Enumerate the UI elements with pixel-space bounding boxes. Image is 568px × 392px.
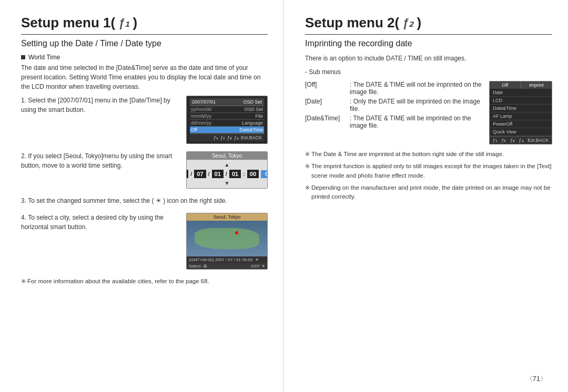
right-panel: Setup menu 2( ƒ₂ ) Imprinting the record…: [284, 0, 568, 392]
map-footer: Select: 🕹 DST: ☀: [187, 263, 267, 269]
step-1-block: 1. Select the [2007/07/01] menu in the […: [21, 96, 268, 144]
right-menu-block: [Off] : The DATE & TIME will not be impr…: [305, 81, 552, 145]
wt-body: ▲ 07 / 07 / 01 / 01 : 00 OK ▼: [187, 160, 267, 188]
menu-item-lcd: LCD: [490, 97, 552, 105]
wt-header: Seoul, Tokyo: [187, 152, 267, 160]
step-3-block: 3. To set the changed summer time, selec…: [21, 196, 268, 205]
menu-item-quickview: Quick View: [490, 128, 552, 136]
bullet-icon: [21, 55, 25, 59]
submenu-row-off: [Off] : The DATE & TIME will not be impr…: [305, 81, 485, 96]
left-panel: Setup menu 1( ƒ₁ ) Setting up the Date /…: [0, 0, 284, 392]
cam1-header: 2007/07/01 OSD Set: [190, 98, 264, 106]
left-title: Setup menu 1( ƒ₁ ): [21, 15, 268, 31]
submenu-datetime-desc: : The DATE & TIME will be imprinted on t…: [350, 115, 485, 129]
map-image: [187, 221, 267, 256]
map-screen: Seoul, Tokyo (GMT+09:00) 2007 / 07 / 01 …: [186, 213, 268, 270]
submenu-off-label: [Off]: [305, 81, 344, 96]
menu-item-date: Date: [490, 89, 552, 97]
right-title-text: Setup menu 2(: [305, 15, 399, 31]
cam1-icon-bar: ƒ₁ ƒ₂ ƒ₃ ƒ₄ Ext.BACK: [190, 133, 264, 141]
note-3: Depending on the manufacturer and print …: [305, 183, 552, 202]
world-time-screen: Seoul, Tokyo ▲ 07 / 07 / 01 / 01 : 00 OK: [186, 151, 268, 189]
map-coords: (GMT+09:00) 2007 / 07 / 01 09:05 ☀: [187, 256, 267, 263]
left-title-text: Setup menu 1(: [21, 15, 115, 31]
submenu-date-label: [Date]: [305, 98, 344, 112]
map-continent-shape: [195, 228, 259, 250]
world-time-bullet: World Time: [21, 54, 268, 61]
step-4-block: 4. To select a city, select a desired ci…: [21, 213, 268, 270]
cam1-row-0: yy/mm/dd OSD Set: [190, 106, 264, 113]
right-menu-screen: Off Imprint Date LCD Date&Time AF Lamp P…: [489, 81, 552, 145]
submenu-row-date: [Date] : Only the DATE will be imprinted…: [305, 98, 485, 112]
wt-down-arrow: ▼: [225, 180, 230, 186]
camera-screen-1: 2007/07/01 OSD Set yy/mm/dd OSD Set mm/d…: [186, 96, 268, 144]
menu-item-datetime: Date&Time: [490, 105, 552, 112]
left-subsection-title: Setting up the Date / Time / Date type: [21, 39, 268, 48]
step-3-text: 3. To set the changed summer time, selec…: [21, 196, 268, 205]
submenu-block: [Off] : The DATE & TIME will not be impr…: [305, 81, 485, 145]
submenu-row-datetime: [Date&Time] : The DATE & TIME will be im…: [305, 115, 485, 129]
left-title-end: ): [133, 15, 137, 31]
left-title-icon: ƒ₁: [118, 16, 129, 30]
bullet-label: World Time: [28, 54, 60, 61]
cam1-header-right: OSD Set: [243, 99, 262, 105]
cam1-row-1: mm/dd/yy File: [190, 113, 264, 120]
world-time-body: The date and time selected in the [Date&…: [21, 63, 268, 91]
menu-header-imprint: Imprint: [521, 81, 552, 89]
right-title-end: ): [417, 15, 421, 31]
menu-item-poweroff: PowerOff: [490, 120, 552, 128]
menu-item-aflamp: AF Lamp: [490, 112, 552, 120]
menu-header-off: Off: [490, 81, 521, 89]
cam1-header-left: 2007/07/01: [192, 99, 216, 105]
menu-icon-bar: ƒ₁ ƒ₂ ƒ₃ ƒ₄ Ext.BACK: [490, 136, 552, 144]
map-city-label: Seoul, Tokyo: [187, 213, 267, 221]
step-2-text: 2. If you select [Seoul, Tokyo]menu by u…: [21, 151, 182, 170]
step-4-text: 4. To select a city, select a desired ci…: [21, 213, 182, 232]
step-1-text: 1. Select the [2007/07/01] menu in the […: [21, 96, 182, 115]
submenu-datetime-label: [Date&Time]: [305, 115, 344, 129]
submenu-off-desc: : The DATE & TIME will not be imprinted …: [350, 81, 485, 96]
submenu-date-desc: : Only the DATE will be imprinted on the…: [350, 98, 485, 112]
note-1: The Date & Time are imprinted at the bot…: [305, 150, 552, 159]
cam1-row-2: dd/mm/yy Language: [190, 120, 264, 127]
wt-up-arrow: ▲: [225, 162, 230, 168]
right-title: Setup menu 2( ƒ₂ ): [305, 15, 552, 31]
right-intro: There is an option to include DATE / TIM…: [305, 54, 552, 63]
note-2: The imprint function is applied only to …: [305, 162, 552, 180]
left-note: For more information about the available…: [21, 277, 268, 286]
page-number: 〈71〉: [526, 374, 547, 384]
menu-header-row: Off Imprint: [490, 81, 552, 89]
cam1-row-3: Off Date&Time: [190, 127, 264, 133]
wt-time-row: 07 / 07 / 01 / 01 : 00 OK: [186, 170, 268, 178]
wt-ok-button[interactable]: OK: [261, 170, 268, 178]
step-2-block: 2. If you select [Seoul, Tokyo]menu by u…: [21, 151, 268, 189]
right-subsection-title: Imprinting the recording date: [305, 39, 552, 48]
submenus-label: - Sub menus: [305, 67, 552, 77]
right-title-icon: ƒ₂: [402, 16, 413, 30]
